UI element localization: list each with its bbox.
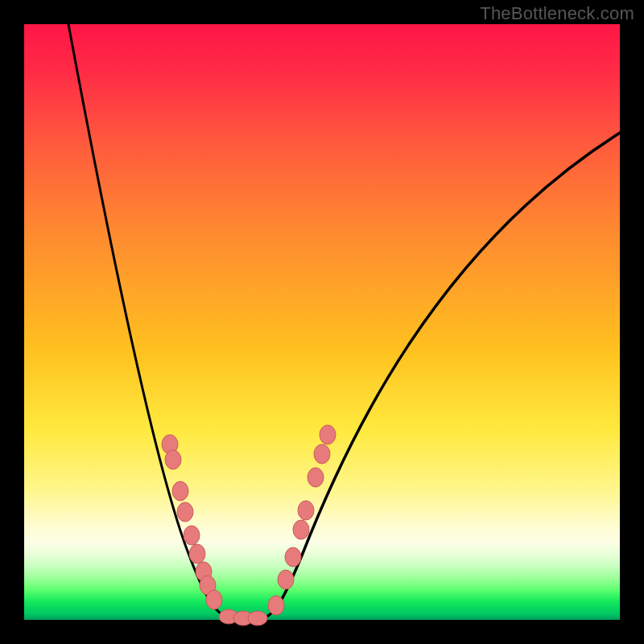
data-marker [177, 502, 193, 522]
curve-group [68, 24, 620, 619]
data-marker [298, 501, 314, 520]
data-marker [268, 596, 284, 615]
data-marker [165, 450, 181, 469]
chart-frame: TheBottleneck.com [0, 0, 644, 644]
curve-left-curve [68, 24, 258, 619]
data-marker [172, 481, 188, 501]
data-marker [189, 544, 205, 564]
data-marker [320, 425, 336, 444]
data-marker [248, 611, 267, 625]
chart-svg [24, 24, 620, 620]
data-marker [314, 444, 330, 464]
data-marker [285, 547, 301, 567]
plot-area [24, 24, 620, 620]
watermark-text: TheBottleneck.com [480, 3, 634, 24]
curve-right-curve [258, 133, 620, 619]
data-marker [308, 468, 324, 487]
marker-group [162, 425, 336, 625]
data-marker [206, 590, 222, 609]
data-marker [293, 520, 309, 539]
data-marker [278, 570, 294, 589]
data-marker [184, 526, 200, 545]
